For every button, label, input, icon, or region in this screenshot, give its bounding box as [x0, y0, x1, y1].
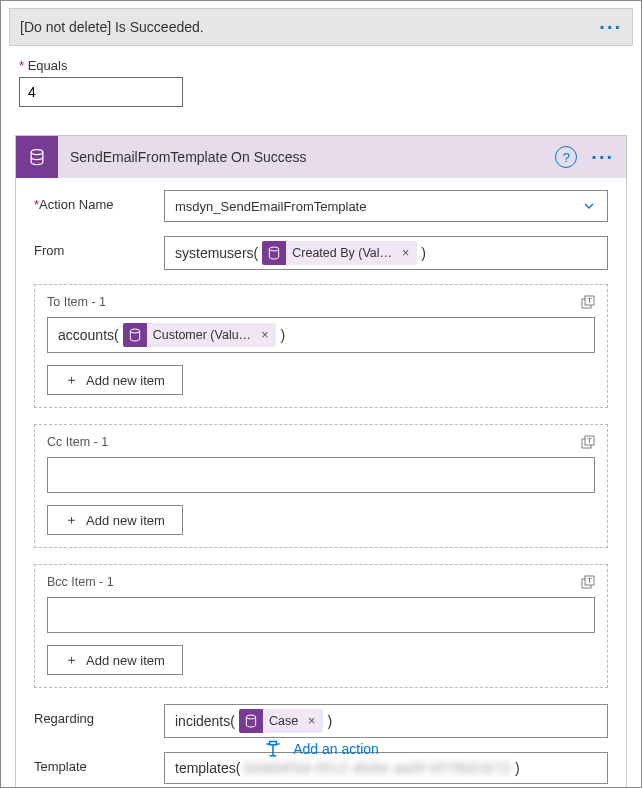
from-row: From systemusers( Created By (Val… × ) — [34, 236, 608, 270]
action-name-value: msdyn_SendEmailFromTemplate — [175, 199, 366, 214]
svg-rect-13 — [270, 742, 277, 745]
to-item-input[interactable]: accounts( Customer (Valu… × ) — [47, 317, 595, 353]
bcc-item-input[interactable] — [47, 597, 595, 633]
to-item-group: To Item - 1 T accounts( Customer (Valu… … — [34, 284, 608, 408]
action-card: SendEmailFromTemplate On Success ? ··· *… — [15, 135, 627, 788]
plus-icon: ＋ — [65, 511, 78, 529]
action-title: SendEmailFromTemplate On Success — [58, 149, 555, 165]
designer-canvas: [Do not delete] Is Succeeded. ··· * Equa… — [0, 0, 642, 788]
action-body: *Action Name msdyn_SendEmailFromTemplate… — [16, 178, 626, 788]
condition-menu-button[interactable]: ··· — [599, 16, 622, 39]
regarding-token[interactable]: Case × — [239, 709, 324, 733]
dataverse-icon — [239, 709, 263, 733]
cc-item-group: Cc Item - 1 T ＋Add new item — [34, 424, 608, 548]
dataverse-icon — [262, 241, 286, 265]
svg-point-1 — [270, 247, 279, 251]
svg-point-0 — [31, 150, 43, 155]
action-name-select[interactable]: msdyn_SendEmailFromTemplate — [164, 190, 608, 222]
from-token[interactable]: Created By (Val… × — [262, 241, 417, 265]
action-card-header[interactable]: SendEmailFromTemplate On Success ? ··· — [16, 136, 626, 178]
regarding-input[interactable]: incidents( Case × ) — [164, 704, 608, 738]
to-token[interactable]: Customer (Valu… × — [123, 323, 277, 347]
to-item-label: To Item - 1 — [47, 295, 595, 309]
from-label: From — [34, 236, 164, 258]
dataverse-icon — [16, 136, 58, 178]
add-action-button[interactable]: Add an action — [1, 739, 641, 759]
add-bcc-item-button[interactable]: ＋Add new item — [47, 645, 183, 675]
dataverse-icon — [123, 323, 147, 347]
regarding-row: Regarding incidents( Case × ) — [34, 704, 608, 738]
array-toggle-icon[interactable]: T — [579, 573, 597, 591]
help-icon[interactable]: ? — [555, 146, 577, 168]
plus-icon: ＋ — [65, 371, 78, 389]
add-cc-item-button[interactable]: ＋Add new item — [47, 505, 183, 535]
equals-input[interactable] — [19, 77, 183, 107]
template-guid-blurred: b0dd4f3d-0f12-4b9e-aa5f-0f7f6d1b72 — [244, 760, 511, 776]
cc-item-input[interactable] — [47, 457, 595, 493]
condition-title: [Do not delete] Is Succeeded. — [20, 19, 204, 35]
plus-icon: ＋ — [65, 651, 78, 669]
from-input[interactable]: systemusers( Created By (Val… × ) — [164, 236, 608, 270]
regarding-label: Regarding — [34, 704, 164, 726]
remove-token-icon[interactable]: × — [257, 328, 268, 342]
remove-token-icon[interactable]: × — [304, 714, 315, 728]
equals-section: * Equals — [19, 58, 627, 107]
condition-header[interactable]: [Do not delete] Is Succeeded. ··· — [9, 8, 633, 46]
array-toggle-icon[interactable]: T — [579, 293, 597, 311]
add-to-item-button[interactable]: ＋Add new item — [47, 365, 183, 395]
action-name-label: *Action Name — [34, 190, 164, 212]
svg-text:T: T — [587, 576, 592, 585]
action-name-row: *Action Name msdyn_SendEmailFromTemplate — [34, 190, 608, 222]
svg-text:T: T — [587, 296, 592, 305]
array-toggle-icon[interactable]: T — [579, 433, 597, 451]
chevron-down-icon — [581, 198, 597, 214]
action-menu-button[interactable]: ··· — [591, 146, 614, 169]
add-action-icon — [263, 739, 283, 759]
equals-label: * Equals — [19, 58, 627, 73]
bcc-item-label: Bcc Item - 1 — [47, 575, 595, 589]
svg-text:T: T — [587, 436, 592, 445]
svg-point-5 — [130, 329, 139, 333]
cc-item-label: Cc Item - 1 — [47, 435, 595, 449]
svg-point-12 — [246, 715, 255, 719]
bcc-item-group: Bcc Item - 1 T ＋Add new item — [34, 564, 608, 688]
remove-token-icon[interactable]: × — [398, 246, 409, 260]
